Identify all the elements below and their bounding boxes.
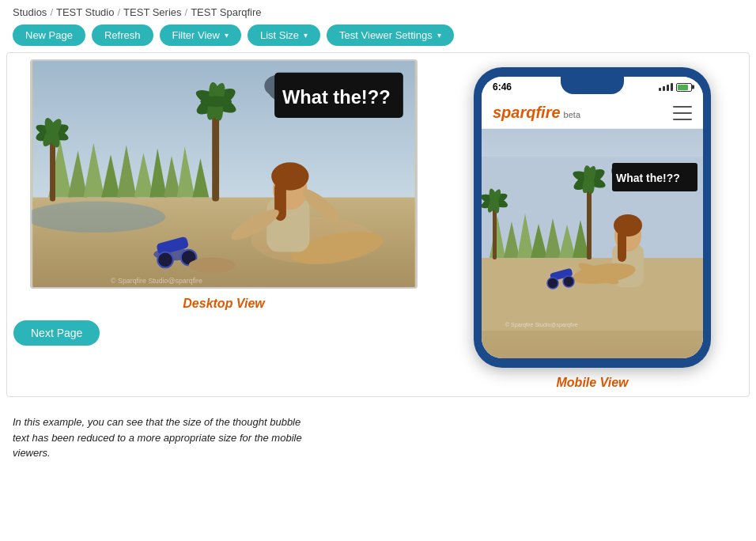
desktop-comic-frame: What the!?? © Sparqfire Studio@sparqfire xyxy=(30,59,418,289)
phone-comic-svg: What the!?? © Sparqfire Studio@sparqfire xyxy=(482,129,703,358)
viewer-wrapper: What the!?? © Sparqfire Studio@sparqfire… xyxy=(6,52,750,397)
svg-text:© Sparqfire Studio@sparqfire: © Sparqfire Studio@sparqfire xyxy=(505,322,578,328)
signal-icon xyxy=(659,83,673,91)
next-page-button[interactable]: Next Page xyxy=(13,320,100,346)
filter-view-button[interactable]: Filter View ▾ xyxy=(160,25,241,46)
chevron-down-icon-2: ▾ xyxy=(304,31,308,40)
desktop-view-label: Desktop View xyxy=(183,297,264,311)
svg-text:What the!??: What the!?? xyxy=(282,87,391,108)
test-viewer-settings-button[interactable]: Test Viewer Settings ▾ xyxy=(327,25,454,46)
hamburger-line-1 xyxy=(673,106,692,108)
svg-point-38 xyxy=(157,252,173,268)
svg-text:© Sparqfire Studio@sparqfire: © Sparqfire Studio@sparqfire xyxy=(111,277,202,285)
breadcrumb: Studios / TEST Studio / TEST Series / TE… xyxy=(0,0,756,21)
list-size-label: List Size xyxy=(260,29,299,41)
list-size-button[interactable]: List Size ▾ xyxy=(248,25,320,46)
filter-view-label: Filter View xyxy=(172,29,220,41)
phone-status-icons xyxy=(659,83,692,92)
phone-comic-area: What the!?? © Sparqfire Studio@sparqfire xyxy=(482,129,703,358)
phone-mockup: 6:46 xyxy=(474,67,711,368)
description-text: In this example, you can see that the si… xyxy=(0,403,332,472)
chevron-down-icon-3: ▾ xyxy=(437,31,441,40)
svg-point-73 xyxy=(547,278,558,289)
panels-row: What the!?? © Sparqfire Studio@sparqfire… xyxy=(13,59,743,390)
test-viewer-settings-label: Test Viewer Settings xyxy=(339,29,433,41)
new-page-button[interactable]: New Page xyxy=(13,25,85,46)
chevron-down-icon: ▾ xyxy=(225,31,229,40)
comic-scene-svg: What the!?? © Sparqfire Studio@sparqfire xyxy=(32,61,416,287)
hamburger-menu-button[interactable] xyxy=(673,106,692,120)
breadcrumb-test-sparqfire[interactable]: TEST Sparqfire xyxy=(191,6,261,18)
svg-point-27 xyxy=(200,96,231,107)
sparqfire-header: sparqfirebeta xyxy=(482,97,703,129)
mobile-view-label: Mobile View xyxy=(557,376,629,390)
battery-icon xyxy=(676,83,692,92)
svg-rect-69 xyxy=(618,230,626,262)
phone-screen: 6:46 xyxy=(482,77,703,358)
breadcrumb-sep-1: / xyxy=(50,6,53,18)
breadcrumb-test-series[interactable]: TEST Series xyxy=(123,6,181,18)
hamburger-line-2 xyxy=(673,112,692,114)
mobile-panel: 6:46 xyxy=(442,59,743,390)
sparqfire-logo-text: sparqfire xyxy=(493,104,561,121)
battery-fill xyxy=(678,85,688,90)
phone-time: 6:46 xyxy=(493,81,512,93)
sparqfire-logo: sparqfirebeta xyxy=(493,104,580,122)
svg-point-74 xyxy=(563,276,574,287)
breadcrumb-sep-2: / xyxy=(117,6,120,18)
svg-text:What the!??: What the!?? xyxy=(616,172,680,184)
breadcrumb-sep-3: / xyxy=(185,6,188,18)
desktop-panel: What the!?? © Sparqfire Studio@sparqfire… xyxy=(13,59,434,346)
breadcrumb-test-studio[interactable]: TEST Studio xyxy=(56,6,114,18)
svg-point-40 xyxy=(189,258,236,274)
sparqfire-beta-label: beta xyxy=(564,110,580,119)
breadcrumb-studios[interactable]: Studios xyxy=(13,6,47,18)
hamburger-line-3 xyxy=(673,119,692,120)
phone-notch xyxy=(561,77,624,94)
toolbar: New Page Refresh Filter View ▾ List Size… xyxy=(0,21,756,52)
refresh-button[interactable]: Refresh xyxy=(92,25,153,46)
